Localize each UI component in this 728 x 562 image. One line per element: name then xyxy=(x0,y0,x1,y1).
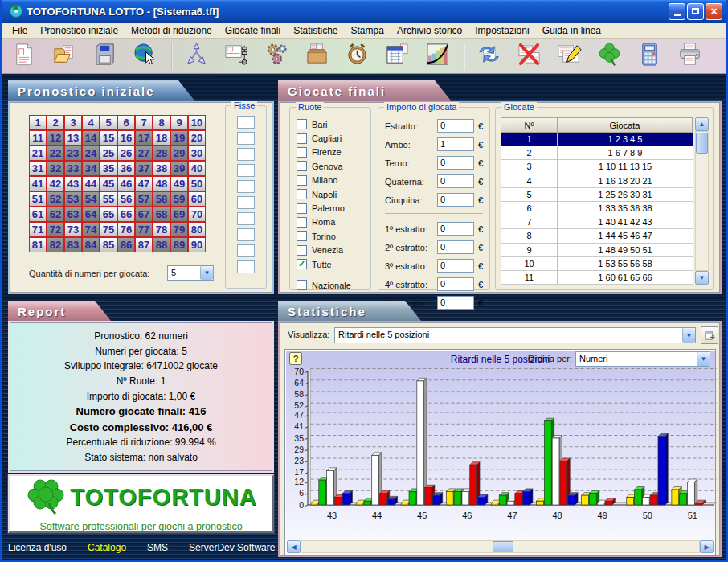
calculator-button[interactable] xyxy=(634,42,665,71)
number-cell-44[interactable]: 44 xyxy=(82,176,100,191)
number-cell-22[interactable]: 22 xyxy=(47,146,64,161)
checkbox-nazionale[interactable] xyxy=(297,280,307,290)
scroll-thumb[interactable] xyxy=(493,541,513,552)
number-cell-66[interactable]: 66 xyxy=(117,207,135,222)
number-cell-50[interactable]: 50 xyxy=(188,176,206,191)
chevron-down-icon[interactable]: ▼ xyxy=(200,266,213,280)
column-header-giocata[interactable]: Giocata xyxy=(558,118,693,133)
menu-item-statistiche[interactable]: Statistiche xyxy=(287,23,344,38)
fisse-checkbox-10[interactable] xyxy=(237,260,255,273)
archive-box-button[interactable] xyxy=(301,42,332,71)
number-cell-15[interactable]: 15 xyxy=(100,130,117,146)
checkbox-roma[interactable] xyxy=(297,217,307,228)
menu-item-archivio-storico[interactable]: Archivio storico xyxy=(391,23,468,38)
number-cell-6[interactable]: 6 xyxy=(117,115,135,130)
fisse-checkbox-9[interactable] xyxy=(237,244,255,257)
number-cell-26[interactable]: 26 xyxy=(117,146,135,161)
column-header-n[interactable]: Nº xyxy=(501,118,558,133)
giocata-row-2[interactable]: 21 6 7 8 9 xyxy=(501,146,693,160)
number-cell-34[interactable]: 34 xyxy=(82,161,100,176)
number-cell-4[interactable]: 4 xyxy=(82,115,100,130)
scroll-track[interactable] xyxy=(695,131,709,271)
number-cell-43[interactable]: 43 xyxy=(64,176,82,191)
number-cell-12[interactable]: 12 xyxy=(47,130,64,146)
number-cell-32[interactable]: 32 xyxy=(47,161,64,176)
number-cell-47[interactable]: 47 xyxy=(135,176,153,191)
number-cell-73[interactable]: 73 xyxy=(64,222,82,237)
number-cell-77[interactable]: 77 xyxy=(135,222,153,237)
number-cell-45[interactable]: 45 xyxy=(100,176,117,191)
number-cell-69[interactable]: 69 xyxy=(170,207,188,222)
number-cell-72[interactable]: 72 xyxy=(47,222,64,237)
number-cell-10[interactable]: 10 xyxy=(188,115,206,130)
chevron-down-icon[interactable]: ▼ xyxy=(682,328,695,343)
menu-item-file[interactable]: File xyxy=(6,23,34,38)
number-cell-16[interactable]: 16 xyxy=(117,130,135,146)
giocata-row-1[interactable]: 11 2 3 4 5 xyxy=(501,133,693,146)
number-cell-51[interactable]: 51 xyxy=(29,191,47,207)
giocata-row-9[interactable]: 91 48 49 50 51 xyxy=(501,244,693,257)
number-cell-83[interactable]: 83 xyxy=(64,237,82,252)
ruota-cagliari[interactable]: Cagliari xyxy=(297,131,366,145)
number-cell-61[interactable]: 61 xyxy=(29,207,47,222)
scroll-up-icon[interactable]: ▲ xyxy=(695,117,709,131)
ordina-per-select[interactable]: Numeri ▼ xyxy=(575,351,710,367)
number-cell-25[interactable]: 25 xyxy=(100,146,117,161)
importo-input[interactable]: 0 xyxy=(437,119,474,133)
number-cell-79[interactable]: 79 xyxy=(170,222,188,237)
giocata-row-8[interactable]: 81 44 45 46 47 xyxy=(501,229,693,243)
checkbox-venezia[interactable] xyxy=(297,245,307,256)
save-button[interactable] xyxy=(89,42,120,71)
filter-button[interactable] xyxy=(221,42,252,71)
menu-item-guida-in-linea[interactable]: Guida in linea xyxy=(536,23,607,38)
number-cell-46[interactable]: 46 xyxy=(117,176,135,191)
chart-button[interactable] xyxy=(422,42,452,71)
new-document-button[interactable] xyxy=(9,42,39,71)
menu-item-impostazioni[interactable]: Impostazioni xyxy=(468,23,535,38)
number-cell-39[interactable]: 39 xyxy=(170,161,188,176)
number-cell-90[interactable]: 90 xyxy=(188,237,206,252)
number-cell-76[interactable]: 76 xyxy=(117,222,135,237)
open-folder-button[interactable] xyxy=(49,42,80,71)
number-cell-21[interactable]: 21 xyxy=(29,146,47,161)
calendar-button[interactable] xyxy=(382,42,412,71)
number-cell-35[interactable]: 35 xyxy=(100,161,117,176)
number-cell-80[interactable]: 80 xyxy=(188,222,206,237)
number-cell-88[interactable]: 88 xyxy=(153,237,170,252)
clover-button[interactable] xyxy=(594,42,624,71)
menu-item-giocate-finali[interactable]: Giocate finali xyxy=(219,23,287,38)
ruota-venezia[interactable]: Venezia xyxy=(297,244,366,257)
menu-item-pronostico-iniziale[interactable]: Pronostico iniziale xyxy=(34,23,125,38)
number-cell-37[interactable]: 37 xyxy=(135,161,153,176)
ruota-firenze[interactable]: Firenze xyxy=(297,146,366,159)
checkbox-bari[interactable] xyxy=(297,119,307,129)
number-cell-2[interactable]: 2 xyxy=(47,115,64,130)
number-cell-64[interactable]: 64 xyxy=(82,207,100,222)
number-cell-81[interactable]: 81 xyxy=(29,237,47,252)
ruota-milano[interactable]: Milano xyxy=(297,174,366,187)
number-cell-63[interactable]: 63 xyxy=(64,207,82,222)
minimize-button[interactable] xyxy=(669,3,685,20)
number-cell-38[interactable]: 38 xyxy=(153,161,170,176)
number-cell-59[interactable]: 59 xyxy=(170,191,188,207)
number-cell-41[interactable]: 41 xyxy=(29,176,47,191)
number-cell-18[interactable]: 18 xyxy=(153,130,170,146)
giocata-row-4[interactable]: 41 16 18 20 21 xyxy=(501,174,693,188)
number-cell-17[interactable]: 17 xyxy=(135,130,153,146)
number-cell-31[interactable]: 31 xyxy=(29,161,47,176)
link-licenza-d-uso[interactable]: Licenza d'uso xyxy=(8,542,67,553)
ruota-torino[interactable]: Torino xyxy=(297,229,366,243)
number-cell-5[interactable]: 5 xyxy=(100,115,117,130)
ruota-nazionale[interactable]: Nazionale xyxy=(297,278,366,292)
number-cell-9[interactable]: 9 xyxy=(170,115,188,130)
checkbox-firenze[interactable] xyxy=(297,147,307,158)
number-cell-33[interactable]: 33 xyxy=(64,161,82,176)
giocata-row-5[interactable]: 51 25 26 30 31 xyxy=(501,188,693,202)
qty-per-giocata-select[interactable]: 5 ▼ xyxy=(167,265,214,281)
export-button[interactable] xyxy=(701,326,718,344)
menu-item-stampa[interactable]: Stampa xyxy=(345,23,391,38)
number-cell-71[interactable]: 71 xyxy=(29,222,47,237)
number-cell-68[interactable]: 68 xyxy=(153,207,170,222)
number-cell-48[interactable]: 48 xyxy=(153,176,170,191)
number-cell-23[interactable]: 23 xyxy=(64,146,82,161)
